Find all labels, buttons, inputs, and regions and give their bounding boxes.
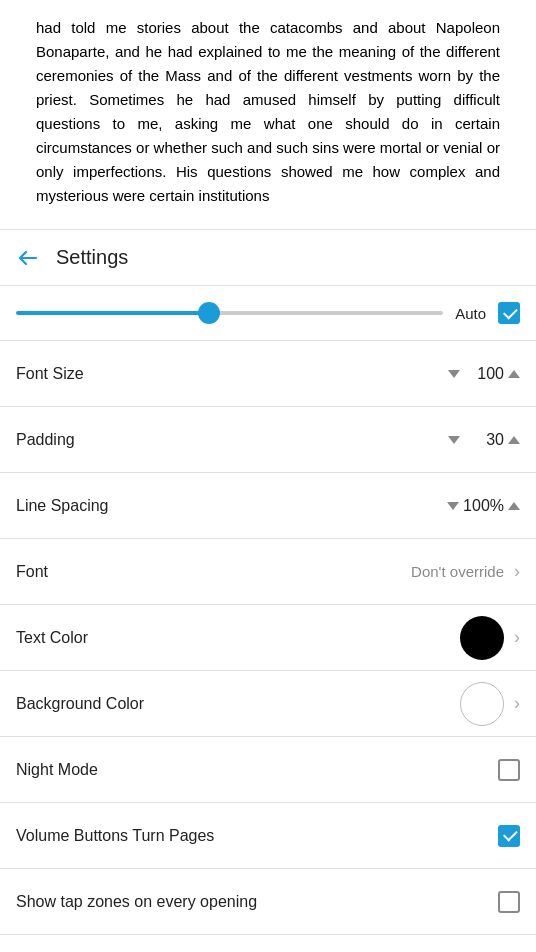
padding-row: Padding 30: [0, 407, 536, 473]
night-mode-label: Night Mode: [16, 761, 498, 779]
volume-buttons-checkbox[interactable]: [498, 825, 520, 847]
text-color-swatch: [460, 616, 504, 660]
padding-increase[interactable]: [508, 436, 520, 444]
font-size-increase[interactable]: [508, 370, 520, 378]
top-bar: Settings: [0, 230, 536, 286]
background-color-swatch: [460, 682, 504, 726]
font-arrow-icon: ›: [514, 561, 520, 582]
padding-decrease[interactable]: [448, 436, 460, 444]
volume-buttons-row: Volume Buttons Turn Pages: [0, 803, 536, 869]
brightness-slider[interactable]: [16, 311, 443, 315]
font-size-row: Font Size 100: [0, 341, 536, 407]
night-mode-checkbox[interactable]: [498, 759, 520, 781]
brightness-row: Auto: [0, 286, 536, 341]
line-spacing-row: Line Spacing 100%: [0, 473, 536, 539]
volume-buttons-label: Volume Buttons Turn Pages: [16, 827, 498, 845]
padding-value: 30: [464, 431, 504, 449]
line-spacing-label: Line Spacing: [16, 497, 447, 515]
background-color-row[interactable]: Background Color ›: [0, 671, 536, 737]
line-spacing-value: 100%: [463, 497, 504, 515]
page-title: Settings: [56, 246, 128, 269]
text-color-label: Text Color: [16, 629, 460, 647]
line-spacing-increase[interactable]: [508, 502, 520, 510]
background-color-value-area: ›: [460, 682, 520, 726]
auto-label: Auto: [455, 305, 486, 322]
line-spacing-controls: 100%: [447, 497, 520, 515]
font-row[interactable]: Font Don't override ›: [0, 539, 536, 605]
padding-controls: 30: [448, 431, 520, 449]
auto-checkbox[interactable]: [498, 302, 520, 324]
text-color-value-area: ›: [460, 616, 520, 660]
font-value-area: Don't override ›: [411, 561, 520, 582]
show-tap-zones-checkbox[interactable]: [498, 891, 520, 913]
font-size-label: Font Size: [16, 365, 448, 383]
book-preview: had told me stories about the catacombs …: [0, 0, 536, 230]
background-color-arrow-icon: ›: [514, 693, 520, 714]
show-tap-zones-row: Show tap zones on every opening: [0, 869, 536, 935]
font-label: Font: [16, 563, 411, 581]
font-size-decrease[interactable]: [448, 370, 460, 378]
line-spacing-decrease[interactable]: [447, 502, 459, 510]
background-color-label: Background Color: [16, 695, 460, 713]
font-size-value: 100: [464, 365, 504, 383]
font-value: Don't override: [411, 563, 504, 580]
font-size-controls: 100: [448, 365, 520, 383]
text-color-row[interactable]: Text Color ›: [0, 605, 536, 671]
padding-label: Padding: [16, 431, 448, 449]
show-tap-zones-label: Show tap zones on every opening: [16, 893, 498, 911]
book-text: had told me stories about the catacombs …: [36, 19, 500, 204]
back-button[interactable]: [16, 246, 40, 270]
night-mode-row: Night Mode: [0, 737, 536, 803]
brightness-slider-wrap: [16, 311, 443, 315]
text-color-arrow-icon: ›: [514, 627, 520, 648]
